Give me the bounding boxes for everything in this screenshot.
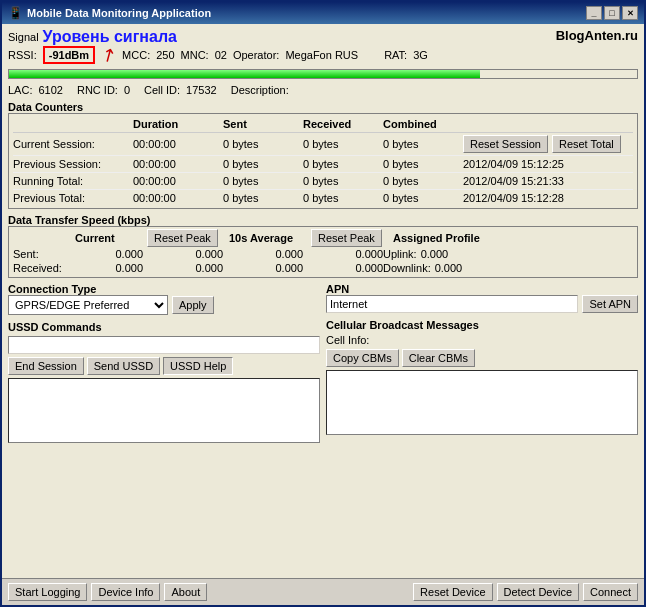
apn-input-row: Set APN — [326, 295, 638, 313]
row-combined: 0 bytes — [383, 192, 463, 204]
ussd-help-button[interactable]: USSD Help — [163, 357, 233, 375]
ussd-output-area[interactable] — [8, 378, 320, 443]
uplink-value: 0.000 — [421, 248, 449, 260]
signal-label: Signal — [8, 31, 39, 43]
downlink-row: Downlink: 0.000 — [383, 262, 633, 274]
start-logging-button[interactable]: Start Logging — [8, 583, 87, 601]
signal-strength-bar — [8, 69, 638, 79]
assigned-profile-label: Assigned Profile — [393, 232, 633, 244]
rssi-value: -91dBm — [43, 46, 95, 64]
table-row: Received: 0.000 0.000 0.000 0.000 Downli… — [13, 261, 633, 275]
reset-session-button[interactable]: Reset Session — [463, 135, 548, 153]
signal-strength-fill — [9, 70, 480, 78]
signal-arrow-icon: ↗ — [98, 43, 120, 66]
title-bar: 📱 Mobile Data Monitoring Application _ □… — [2, 2, 644, 24]
minimize-button[interactable]: _ — [586, 6, 602, 20]
sent-peak2: 0.000 — [303, 248, 383, 260]
about-button[interactable]: About — [164, 583, 207, 601]
received-peak2: 0.000 — [303, 262, 383, 274]
end-session-button[interactable]: End Session — [8, 357, 84, 375]
apn-input[interactable] — [326, 295, 578, 313]
bottom-toolbar: Start Logging Device Info About Reset De… — [2, 578, 644, 605]
mcc-value: 250 — [156, 49, 174, 61]
cell-info-row: Cell Info: — [326, 334, 638, 346]
row-timestamp: 2012/04/09 15:12:28 — [463, 192, 633, 204]
row-label: Running Total: — [13, 175, 133, 187]
connection-type-section: Connection Type GPRS/EDGE Preferred UMTS… — [8, 281, 320, 315]
downlink-label: Downlink: — [383, 262, 431, 274]
speed-title: Data Transfer Speed (kbps) — [8, 214, 150, 226]
data-counters-title: Data Counters — [8, 101, 638, 113]
row-duration: 00:00:00 — [133, 175, 223, 187]
data-counters-table: Duration Sent Received Combined Current … — [8, 113, 638, 209]
ussd-input[interactable] — [8, 336, 320, 354]
row-combined: 0 bytes — [383, 175, 463, 187]
set-apn-button[interactable]: Set APN — [582, 295, 638, 313]
signal-top-row: Signal Уровень сигнала BlogAnten.ru — [8, 28, 638, 46]
reset-device-button[interactable]: Reset Device — [413, 583, 492, 601]
speed-section: Data Transfer Speed (kbps) Current Reset… — [8, 212, 638, 278]
row-duration: 00:00:00 — [133, 192, 223, 204]
data-counters-section: Data Counters Duration Sent Received Com… — [8, 99, 638, 209]
counters-header-row: Duration Sent Received Combined — [13, 116, 633, 133]
row-sent: 0 bytes — [223, 138, 303, 150]
table-row: Previous Total: 00:00:00 0 bytes 0 bytes… — [13, 190, 633, 206]
mnc-value: 02 — [215, 49, 227, 61]
bottom-toolbar-right: Reset Device Detect Device Connect — [413, 583, 638, 601]
title-bar-left: 📱 Mobile Data Monitoring Application — [8, 6, 211, 20]
table-row: Running Total: 00:00:00 0 bytes 0 bytes … — [13, 173, 633, 190]
operator-label: Operator: — [233, 49, 279, 61]
mcc-label: MCC: — [122, 49, 150, 61]
row-timestamp: 2012/04/09 15:12:25 — [463, 158, 633, 170]
right-col: APN Set APN Cellular Broadcast Messages … — [326, 281, 638, 443]
send-ussd-button[interactable]: Send USSD — [87, 357, 160, 375]
reset-peak-1-area: Reset Peak — [147, 229, 227, 247]
broadcast-title: Cellular Broadcast Messages — [326, 319, 638, 331]
mnc-label: MNC: — [181, 49, 209, 61]
ussd-title: USSD Commands — [8, 321, 320, 333]
connection-type-select[interactable]: GPRS/EDGE Preferred UMTS Preferred GPRS/… — [8, 295, 168, 315]
apply-button[interactable]: Apply — [172, 296, 214, 314]
cell-label: Cell ID: — [144, 84, 180, 96]
detect-device-button[interactable]: Detect Device — [497, 583, 579, 601]
uplink-row: Uplink: 0.000 — [383, 248, 633, 260]
close-button[interactable]: ✕ — [622, 6, 638, 20]
apn-section: APN Set APN — [326, 281, 638, 313]
desc-label: Description: — [231, 84, 289, 96]
signal-details-row: RSSI: -91dBm ↗ MCC: 250 MNC: 02 Operator… — [8, 46, 638, 64]
reset-peak-2-button[interactable]: Reset Peak — [311, 229, 382, 247]
rnc-label: RNC ID: — [77, 84, 118, 96]
connect-button[interactable]: Connect — [583, 583, 638, 601]
title-bar-controls: _ □ ✕ — [586, 6, 638, 20]
broadcast-output-area[interactable] — [326, 370, 638, 435]
assigned-profile-section: Assigned Profile — [393, 232, 633, 244]
row-duration: 00:00:00 — [133, 138, 223, 150]
maximize-button[interactable]: □ — [604, 6, 620, 20]
row-combined: 0 bytes — [383, 138, 463, 150]
sent-speed-label: Sent: — [13, 248, 73, 260]
rssi-label: RSSI: — [8, 49, 37, 61]
lac-row: LAC: 6102 RNC ID: 0 Cell ID: 17532 Descr… — [8, 84, 638, 96]
main-window: 📱 Mobile Data Monitoring Application _ □… — [0, 0, 646, 607]
sent-peak: 0.000 — [143, 248, 223, 260]
device-info-button[interactable]: Device Info — [91, 583, 160, 601]
uplink-label: Uplink: — [383, 248, 417, 260]
row-sent: 0 bytes — [223, 158, 303, 170]
clear-cbms-button[interactable]: Clear CBMs — [402, 349, 475, 367]
rnc-value: 0 — [124, 84, 130, 96]
bottom-toolbar-left: Start Logging Device Info About — [8, 583, 207, 601]
current-session-buttons: Reset Session Reset Total — [463, 135, 633, 153]
avg-label: 10s Average — [229, 232, 309, 244]
reset-peak-1-button[interactable]: Reset Peak — [147, 229, 218, 247]
apn-title: APN — [326, 283, 638, 295]
lac-label: LAC: — [8, 84, 32, 96]
ussd-buttons: End Session Send USSD USSD Help — [8, 357, 320, 375]
ussd-section: USSD Commands End Session Send USSD USSD… — [8, 319, 320, 443]
copy-cbms-button[interactable]: Copy CBMs — [326, 349, 399, 367]
table-row: Previous Session: 00:00:00 0 bytes 0 byt… — [13, 156, 633, 173]
reset-total-button[interactable]: Reset Total — [552, 135, 621, 153]
rat-value: 3G — [413, 49, 428, 61]
signal-section: Signal Уровень сигнала BlogAnten.ru RSSI… — [8, 28, 638, 64]
row-received: 0 bytes — [303, 175, 383, 187]
received-peak: 0.000 — [143, 262, 223, 274]
